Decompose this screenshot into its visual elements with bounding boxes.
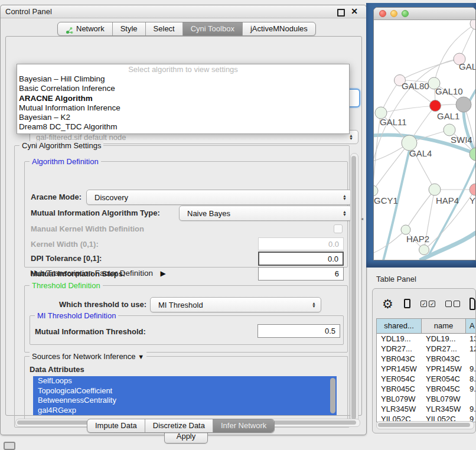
tab-select[interactable]: Select xyxy=(145,22,182,35)
network-node[interactable] xyxy=(456,97,471,112)
bottom-tab-label: Discretize Data xyxy=(153,419,205,432)
network-node[interactable] xyxy=(470,148,476,161)
table-cell: 9. xyxy=(466,364,476,374)
table-row[interactable]: YDR27...YDR27...12 xyxy=(377,344,476,354)
aracne-mode-combo[interactable]: Discovery ▲▼ xyxy=(86,190,352,205)
table-row[interactable]: YDL19...YDL19...13 xyxy=(377,334,476,344)
manual-kernel-width-checkbox[interactable] xyxy=(334,224,343,233)
table-row[interactable]: YER054CYER054C8. xyxy=(377,374,476,384)
column-header-clipped[interactable]: A xyxy=(466,319,476,333)
table-row[interactable]: YPR145WYPR145W9. xyxy=(377,364,476,374)
cyni-toolbox-panel: gal-filtered.sif default node ▲▼ Select … xyxy=(5,36,362,416)
table-row[interactable]: YBL079WYBL079W xyxy=(377,394,476,404)
control-panel-window: Control Panel ✕ NetworkStyleSelectCyni T… xyxy=(0,5,367,435)
algorithm-option-dream8-dc-tdc-algorithm[interactable]: Dream8 DC_TDC Algorithm xyxy=(17,122,349,132)
table-body: YDL19...YDL19...13YDR27...YDR27...12YBR0… xyxy=(377,334,476,422)
algorithm-definition-group: Algorithm Definition Aracne Mode: Discov… xyxy=(24,161,348,268)
bottom-tab-label: Infer Network xyxy=(221,419,266,432)
tab-label: jActiveMNodules xyxy=(250,22,308,35)
column-header-shared-name[interactable]: shared... xyxy=(377,319,422,333)
table-cell: 9. xyxy=(466,404,476,414)
mi-threshold-label: Mutual Information Threshold: xyxy=(35,327,146,336)
mi-threshold-field[interactable]: 0.5 xyxy=(257,324,340,338)
splitter-collapse-icon[interactable]: ◂ xyxy=(361,216,363,221)
dpi-tolerance-label: DPI Tolerance [0,1]: xyxy=(31,254,102,263)
aracne-mode-value: Discovery xyxy=(94,193,128,202)
data-attributes-list[interactable]: SelfLoopsTopologicalCoefficientBetweenne… xyxy=(33,376,328,415)
tab-style[interactable]: Style xyxy=(112,22,145,35)
attribute-option-selfloops[interactable]: SelfLoops xyxy=(33,376,328,386)
settings-vertical-scrollbar[interactable] xyxy=(350,153,358,423)
table-cell: YLR345W xyxy=(422,404,466,414)
network-node[interactable] xyxy=(470,20,476,30)
network-node-gcy1[interactable] xyxy=(374,185,378,196)
table-horizontal-scrollbar[interactable] xyxy=(376,421,474,429)
column-header-name[interactable]: name xyxy=(422,319,466,333)
tab-jactivemnodules[interactable]: jActiveMNodules xyxy=(242,22,315,35)
attribute-option-betweennesscentrality[interactable]: BetweennessCentrality xyxy=(33,396,328,406)
tab-cyni-toolbox[interactable]: Cyni Toolbox xyxy=(182,22,242,35)
tab-network[interactable]: Network xyxy=(58,22,112,35)
collapse-down-icon[interactable]: ▼ xyxy=(138,353,144,360)
algorithm-option-bayesian-hill-climbing[interactable]: Bayesian – Hill Climbing xyxy=(17,74,349,84)
document-icon[interactable] xyxy=(470,298,475,310)
network-node-swi4[interactable] xyxy=(444,124,455,136)
mi-algorithm-type-combo[interactable]: Naive Bayes ▲▼ xyxy=(179,206,352,221)
bottom-tab-discretize-data[interactable]: Discretize Data xyxy=(145,419,213,432)
table-cell: YDL19... xyxy=(422,334,466,344)
columns-icon[interactable] xyxy=(404,299,411,308)
algorithm-definition-title: Algorithm Definition xyxy=(30,157,101,166)
which-threshold-combo[interactable]: MI Threshold ▲▼ xyxy=(150,297,321,312)
table-cell xyxy=(466,394,476,404)
table-row[interactable]: YBR043CYBR043C xyxy=(377,354,476,364)
algorithm-option-mutual-information-inference[interactable]: Mutual Information Inference xyxy=(17,103,349,113)
algorithm-option-aracne-algorithm[interactable]: ARACNE Algorithm xyxy=(17,94,349,103)
network-edge xyxy=(383,151,409,260)
bottom-tab-infer-network[interactable]: Infer Network xyxy=(213,419,274,432)
spinner-arrows-icon: ▲▼ xyxy=(312,302,316,308)
minimize-traffic-light-icon[interactable] xyxy=(390,10,397,17)
select-all-columns-icon[interactable]: ✓✓ xyxy=(420,301,435,307)
close-traffic-light-icon[interactable] xyxy=(379,10,386,17)
network-node-hap2[interactable] xyxy=(401,225,410,234)
table-cell: YBR043C xyxy=(377,354,422,364)
attributes-scrollbar[interactable] xyxy=(328,376,337,415)
network-node-hap4[interactable] xyxy=(429,184,441,195)
float-window-icon[interactable] xyxy=(337,9,345,17)
sources-title-text: Sources for Network Inference xyxy=(32,352,136,361)
kernel-width-field[interactable]: 0.0 xyxy=(258,237,344,250)
gear-icon[interactable]: ⚙ xyxy=(382,298,393,310)
node-label: GAL11 xyxy=(380,117,407,127)
manual-kernel-width-label: Manual Kernel Width Definition xyxy=(31,224,144,233)
table-row[interactable]: YBR045CYBR045C9. xyxy=(377,384,476,394)
data-table-combo-value: gal-filtered.sif default node xyxy=(36,133,126,142)
table-cell: 8. xyxy=(466,374,476,384)
deselect-all-columns-icon[interactable] xyxy=(445,301,460,307)
table-row[interactable]: YLR345WYLR345W9. xyxy=(377,404,476,414)
tab-label: Select xyxy=(154,22,175,35)
close-icon[interactable]: ✕ xyxy=(351,6,358,16)
mi-steps-field[interactable]: 6 xyxy=(258,267,344,281)
table-cell: YER054C xyxy=(422,374,466,384)
network-canvas[interactable]: GAL7GAL80GAL10GAL1GAL11SWI4GAL4GCY1YHAP4… xyxy=(374,20,476,260)
algorithm-option-basic-correlation-inference[interactable]: Basic Correlation Inference xyxy=(17,84,349,93)
algorithm-dropdown-items: Bayesian – Hill ClimbingBasic Correlatio… xyxy=(17,74,349,132)
attribute-option-gal4rgexp[interactable]: gal4RGexp xyxy=(33,406,328,416)
zoom-traffic-light-icon[interactable] xyxy=(402,10,409,17)
dpi-tolerance-field[interactable]: 0.0 xyxy=(258,252,344,266)
table-header-row: shared... name A xyxy=(377,319,476,334)
network-node-y[interactable] xyxy=(470,184,476,195)
algorithm-option-bayesian-k2[interactable]: Bayesian – K2 xyxy=(17,113,349,122)
node-label: Y xyxy=(470,195,475,206)
partial-corner-icon[interactable] xyxy=(4,442,15,450)
spinner-arrows-icon: ▲▼ xyxy=(343,210,347,216)
which-threshold-label: Which threshold to use: xyxy=(59,300,146,309)
attribute-option-topologicalcoefficient[interactable]: TopologicalCoefficient xyxy=(33,386,328,396)
network-node[interactable] xyxy=(419,245,429,255)
network-node-gal1[interactable] xyxy=(430,100,441,112)
hub-definition-expander[interactable]: Hub/Transcription Factor Definition ▶ xyxy=(30,268,166,278)
bottom-tab-label: Impute Data xyxy=(95,419,137,432)
control-panel-titlebar: Control Panel ✕ xyxy=(1,5,366,18)
sources-group: Sources for Network Inference ▼ Data Att… xyxy=(24,356,348,420)
bottom-tab-impute-data[interactable]: Impute Data xyxy=(87,419,145,432)
